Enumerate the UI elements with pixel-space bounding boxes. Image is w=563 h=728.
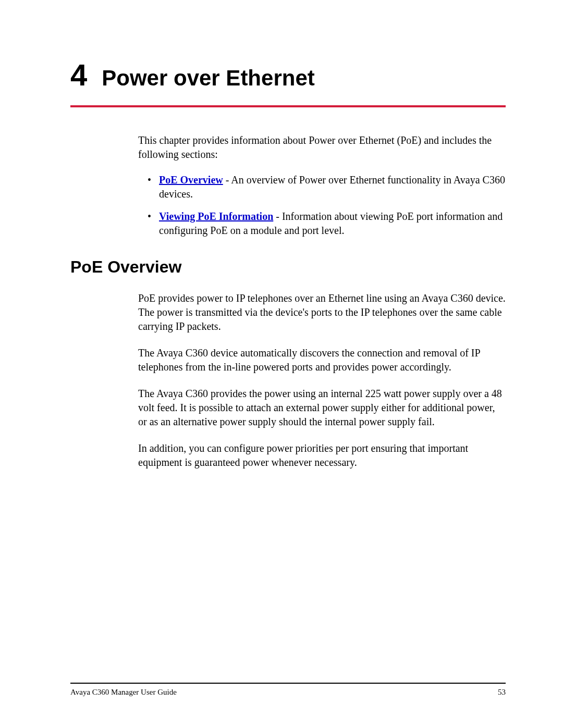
document-page: 4 Power over Ethernet This chapter provi… (0, 0, 563, 728)
intro-block: This chapter provides information about … (138, 133, 506, 238)
footer-left-text: Avaya C360 Manager User Guide (70, 688, 177, 697)
link-poe-overview[interactable]: PoE Overview (159, 174, 223, 186)
footer-row: Avaya C360 Manager User Guide 53 (70, 688, 506, 697)
footer-divider (70, 683, 506, 684)
link-viewing-poe-information[interactable]: Viewing PoE Information (159, 211, 273, 222)
section-body: PoE provides power to IP telephones over… (138, 291, 506, 470)
chapter-number: 4 (70, 57, 87, 92)
section-list: PoE Overview - An overview of Power over… (138, 173, 506, 238)
body-paragraph: PoE provides power to IP telephones over… (138, 291, 506, 334)
page-footer: Avaya C360 Manager User Guide 53 (70, 683, 506, 697)
section-heading-poe-overview: PoE Overview (70, 257, 506, 277)
page-number: 53 (498, 688, 506, 697)
list-item: Viewing PoE Information - Information ab… (138, 209, 506, 238)
chapter-title: Power over Ethernet (102, 66, 314, 91)
chapter-header: 4 Power over Ethernet (70, 57, 506, 92)
chapter-divider (70, 105, 506, 107)
body-paragraph: The Avaya C360 device automatically disc… (138, 346, 506, 374)
body-paragraph: In addition, you can configure power pri… (138, 441, 506, 470)
intro-paragraph: This chapter provides information about … (138, 133, 506, 162)
list-item: PoE Overview - An overview of Power over… (138, 173, 506, 201)
body-paragraph: The Avaya C360 provides the power using … (138, 387, 506, 429)
